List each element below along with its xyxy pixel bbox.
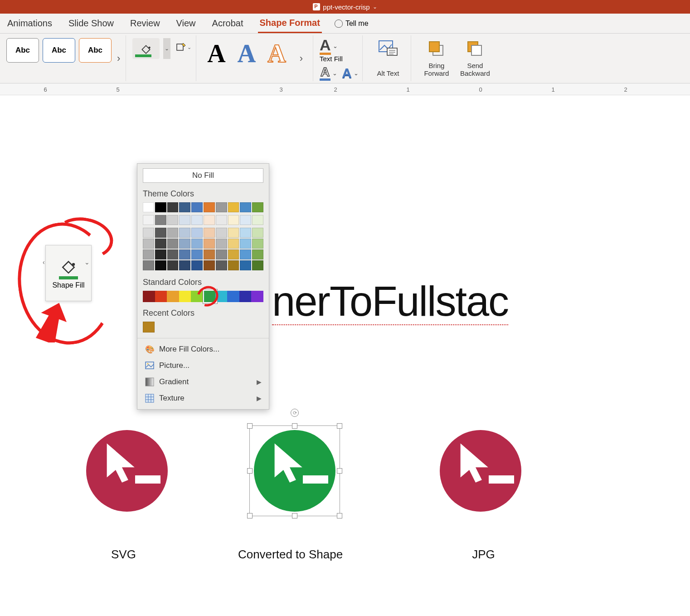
color-swatch[interactable] (143, 239, 154, 249)
color-swatch[interactable] (204, 215, 215, 225)
color-swatch[interactable] (240, 249, 251, 259)
color-swatch[interactable] (179, 215, 190, 225)
color-swatch[interactable] (216, 249, 227, 259)
color-swatch[interactable] (155, 249, 166, 259)
text-effects-button[interactable]: A⌄ (342, 65, 359, 81)
color-swatch[interactable] (228, 260, 239, 270)
color-swatch[interactable] (143, 260, 154, 270)
color-swatch[interactable] (155, 228, 166, 238)
color-swatch[interactable] (228, 215, 239, 225)
color-swatch[interactable] (167, 260, 179, 270)
color-swatch[interactable] (143, 322, 155, 332)
color-swatch[interactable] (252, 260, 263, 270)
tab-acrobat[interactable]: Acrobat (210, 15, 245, 32)
color-swatch[interactable] (167, 202, 179, 212)
color-swatch[interactable] (191, 228, 203, 238)
color-swatch[interactable] (240, 260, 251, 270)
color-swatch[interactable] (167, 291, 179, 302)
color-swatch[interactable] (179, 239, 190, 249)
bring-forward-button[interactable]: Bring Forward (418, 35, 456, 79)
color-swatch[interactable] (216, 228, 227, 238)
color-swatch[interactable] (155, 239, 166, 249)
alt-text-button[interactable]: Alt Text (369, 35, 407, 79)
color-swatch[interactable] (179, 249, 190, 259)
send-backward-button[interactable]: Send Backward (459, 35, 491, 79)
shape-styles-more-button[interactable]: › (115, 51, 122, 66)
color-swatch[interactable] (191, 202, 203, 212)
gradient-fill-item[interactable]: Gradient ▶ (143, 374, 263, 390)
color-swatch[interactable] (240, 215, 251, 225)
color-swatch[interactable] (204, 249, 215, 259)
svg-shape-example[interactable] (86, 430, 168, 512)
color-swatch[interactable] (155, 260, 166, 270)
color-swatch[interactable] (143, 215, 154, 225)
tab-review[interactable]: Review (128, 15, 162, 32)
tab-view[interactable]: View (175, 15, 198, 32)
shape-outline-button[interactable]: ⌄ (174, 38, 192, 56)
shape-style-preset-2[interactable]: Abc (43, 38, 75, 63)
color-swatch[interactable] (216, 202, 227, 212)
color-swatch[interactable] (204, 202, 215, 212)
wordart-more-button[interactable]: › (298, 51, 305, 66)
color-swatch[interactable] (167, 228, 179, 238)
color-swatch[interactable] (191, 260, 203, 270)
color-swatch[interactable] (252, 239, 263, 249)
color-swatch[interactable] (179, 291, 191, 302)
color-swatch[interactable] (252, 202, 263, 212)
rotation-handle[interactable]: ⟳ (291, 409, 299, 417)
color-swatch[interactable] (167, 249, 179, 259)
color-swatch[interactable] (143, 249, 154, 259)
color-swatch[interactable] (239, 291, 252, 302)
texture-fill-item[interactable]: Texture ▶ (143, 390, 263, 406)
shape-style-preset-1[interactable]: Abc (6, 38, 39, 63)
tell-me-search[interactable]: Tell me (335, 20, 369, 28)
tab-shape-format[interactable]: Shape Format (258, 14, 322, 33)
color-swatch[interactable] (216, 239, 227, 249)
tab-slide-show[interactable]: Slide Show (67, 15, 116, 32)
wordart-preset-2[interactable]: A (238, 39, 256, 68)
color-swatch[interactable] (167, 215, 179, 225)
color-swatch[interactable] (167, 239, 179, 249)
color-swatch[interactable] (204, 260, 215, 270)
color-swatch[interactable] (179, 228, 190, 238)
color-swatch[interactable] (240, 228, 251, 238)
tab-animations[interactable]: Animations (5, 15, 54, 32)
color-swatch[interactable] (228, 228, 239, 238)
shape-fill-button[interactable] (132, 38, 160, 59)
color-swatch[interactable] (227, 291, 239, 302)
color-swatch[interactable] (228, 249, 239, 259)
wordart-preset-3[interactable]: A (267, 39, 286, 68)
color-swatch[interactable] (228, 239, 239, 249)
jpg-shape-example[interactable] (440, 430, 521, 512)
color-swatch[interactable] (252, 249, 263, 259)
color-swatch[interactable] (251, 291, 263, 302)
color-swatch[interactable] (155, 215, 166, 225)
converted-shape-example[interactable]: ⟳ (254, 430, 335, 512)
more-fill-colors-item[interactable]: 🎨 More Fill Colors... (143, 341, 263, 357)
color-swatch[interactable] (179, 202, 190, 212)
text-outline-button[interactable]: A⌄ (320, 65, 337, 81)
slide-headline-text[interactable]: nerToFullstac (272, 278, 508, 325)
color-swatch[interactable] (228, 202, 239, 212)
color-swatch[interactable] (191, 239, 203, 249)
color-swatch[interactable] (143, 291, 155, 302)
color-swatch[interactable] (252, 228, 263, 238)
color-swatch[interactable] (143, 202, 154, 212)
color-swatch[interactable] (216, 215, 227, 225)
shape-style-preset-3[interactable]: Abc (79, 38, 112, 63)
color-swatch[interactable] (179, 260, 190, 270)
color-swatch[interactable] (204, 228, 215, 238)
slide-canvas[interactable]: nerToFullstac Shape Fill ‹ ⌄ No Fill The… (0, 95, 690, 616)
title-chevron-icon[interactable]: ⌄ (373, 4, 377, 10)
picture-fill-item[interactable]: Picture... (143, 357, 263, 374)
no-fill-button[interactable]: No Fill (143, 168, 263, 183)
color-swatch[interactable] (155, 291, 167, 302)
shape-fill-dropdown-button[interactable]: ⌄ (163, 38, 170, 59)
color-swatch[interactable] (155, 202, 166, 212)
color-swatch[interactable] (191, 215, 203, 225)
color-swatch[interactable] (240, 202, 251, 212)
color-swatch[interactable] (191, 249, 203, 259)
color-swatch[interactable] (240, 239, 251, 249)
color-swatch[interactable] (252, 215, 263, 225)
color-swatch[interactable] (216, 260, 227, 270)
